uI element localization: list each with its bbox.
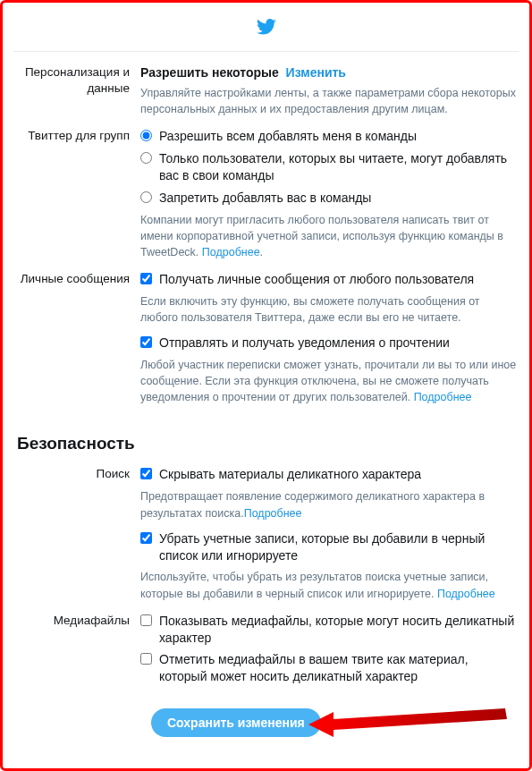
teams-option-allow-all[interactable]: Разрешить всем добавлять меня в команды (140, 128, 519, 145)
section-media: Медиафайлы Показывать медиафайлы, которы… (13, 613, 519, 691)
teams-option-following-only[interactable]: Только пользователи, которых вы читаете,… (140, 150, 519, 184)
search-more1-link[interactable]: Подробнее (244, 507, 302, 520)
search-remove-blocked[interactable]: Убрать учетные записи, которые вы добави… (140, 530, 519, 564)
media-checkbox-mark[interactable] (140, 653, 152, 665)
teams-label: Твиттер для групп (13, 128, 140, 260)
personalization-change-link[interactable]: Изменить (286, 65, 346, 80)
dm-checkbox-receipts[interactable] (140, 336, 152, 348)
section-search: Поиск Скрывать материалы деликатного хар… (13, 466, 519, 601)
teams-more-link[interactable]: Подробнее (202, 246, 260, 258)
personalization-status-row: Разрешить некоторые Изменить (140, 64, 519, 81)
search-checkbox-blocked[interactable] (140, 532, 152, 544)
dm-desc2: Любой участник переписки сможет узнать, … (140, 357, 519, 405)
personalization-label: Персонализация и данные (13, 64, 140, 117)
header (13, 12, 519, 52)
teams-radio-following-only[interactable] (140, 152, 152, 164)
dm-checkbox-anyone[interactable] (140, 273, 152, 284)
section-personalization: Персонализация и данные Разрешить некото… (13, 64, 519, 117)
security-heading: Безопасность (17, 434, 519, 453)
teams-desc: Компании могут пригласить любого пользов… (140, 212, 519, 260)
media-checkbox-show[interactable] (140, 614, 152, 626)
media-mark-sensitive[interactable]: Отметить медиафайлы в вашем твите как ма… (140, 651, 519, 685)
personalization-desc: Управляйте настройками ленты, а также па… (140, 85, 519, 117)
media-label: Медиафайлы (13, 613, 140, 691)
annotation-arrow-icon (308, 696, 514, 750)
save-button[interactable]: Сохранить изменения (151, 708, 321, 737)
search-desc2: Используйте, чтобы убрать из результатов… (140, 569, 519, 601)
section-dm: Личные сообщения Получать личные сообщен… (13, 271, 519, 405)
dm-more-link[interactable]: Подробнее (414, 391, 472, 403)
teams-radio-none[interactable] (140, 191, 152, 203)
search-desc1: Предотвращает появление содержимого дели… (140, 488, 519, 521)
save-row: Сохранить изменения (13, 708, 519, 737)
search-more2-link[interactable]: Подробнее (437, 588, 495, 600)
personalization-status: Разрешить некоторые (140, 65, 279, 80)
twitter-logo-icon (257, 19, 276, 38)
dm-desc1: Если включить эту функцию, вы сможете по… (140, 293, 519, 326)
dm-read-receipts[interactable]: Отправлять и получать уведомления о проч… (140, 335, 519, 352)
search-label: Поиск (13, 466, 140, 601)
dm-label: Личные сообщения (13, 271, 140, 405)
svg-marker-0 (308, 708, 507, 737)
teams-option-none[interactable]: Запретить добавлять вас в команды (140, 190, 519, 207)
search-checkbox-sensitive[interactable] (140, 468, 152, 479)
dm-receive-from-anyone[interactable]: Получать личные сообщения от любого поль… (140, 271, 519, 288)
media-show-sensitive[interactable]: Показывать медиафайлы, которые могут нос… (140, 613, 519, 647)
section-teams: Твиттер для групп Разрешить всем добавля… (13, 128, 519, 260)
search-hide-sensitive[interactable]: Скрывать материалы деликатного характера (140, 466, 519, 483)
teams-radio-allow-all[interactable] (140, 130, 152, 141)
